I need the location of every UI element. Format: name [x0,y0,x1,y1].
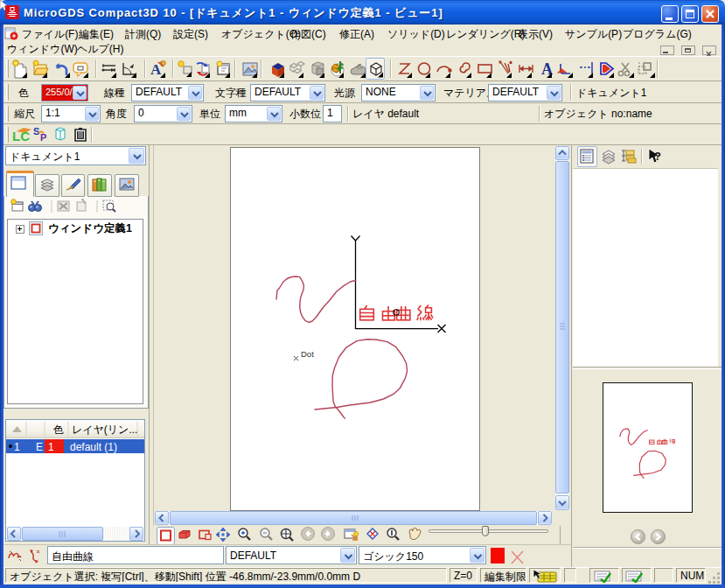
svg-text:色: 色 [52,424,64,436]
svg-text:LC: LC [12,129,30,144]
svg-text:レイヤ(リン...: レイヤ(リン... [72,424,137,436]
svg-text:?: ? [654,150,661,163]
svg-text:S: S [33,126,39,136]
svg-text:Dot: Dot [301,349,314,359]
svg-text:P: P [40,132,46,143]
